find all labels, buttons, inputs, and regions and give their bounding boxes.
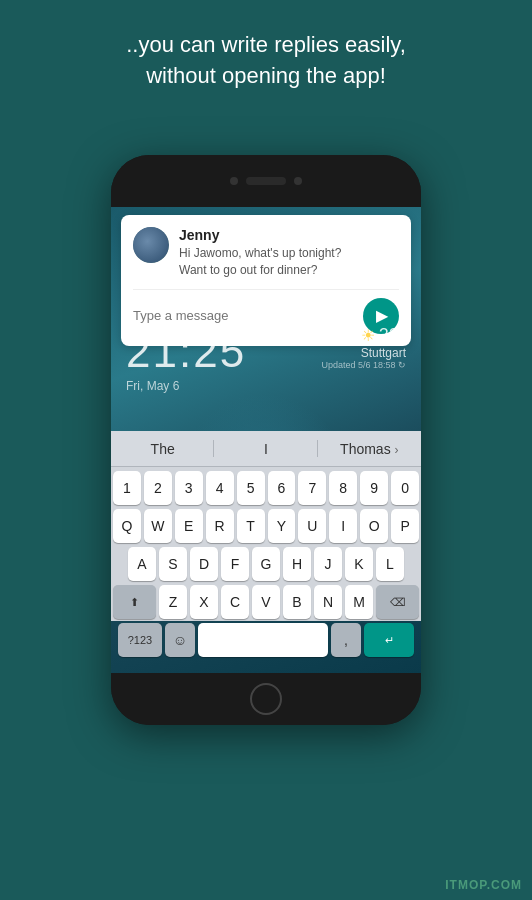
key-l[interactable]: L [376,547,404,581]
key-b[interactable]: B [283,585,311,619]
lock-date: Fri, May 6 [126,379,255,393]
key-d[interactable]: D [190,547,218,581]
key-1[interactable]: 1 [113,471,141,505]
message-line2: Want to go out for dinner? [179,263,317,277]
notification-message: Hi Jawomo, what's up tonight? Want to go… [179,245,399,279]
message-line1: Hi Jawomo, what's up tonight? [179,246,341,260]
symbols-key[interactable]: ?123 [118,623,162,657]
key-c[interactable]: C [221,585,249,619]
promo-text: ..you can write replies easily, without … [0,30,532,92]
key-n[interactable]: N [314,585,342,619]
key-y[interactable]: Y [268,509,296,543]
key-g[interactable]: G [252,547,280,581]
suggestion-the[interactable]: The [111,435,214,463]
suggestion-i[interactable]: I [214,435,317,463]
key-q[interactable]: Q [113,509,141,543]
key-i[interactable]: I [329,509,357,543]
phone-camera [230,177,238,185]
send-icon: ▶ [376,306,388,325]
weather-temp-row: ☀ 22° [321,325,406,346]
key-2[interactable]: 2 [144,471,172,505]
notification-header: Jenny Hi Jawomo, what's up tonight? Want… [133,227,399,279]
key-j[interactable]: J [314,547,342,581]
shift-key[interactable]: ⬆ [113,585,156,619]
sun-icon: ☀ [361,326,375,345]
avatar [133,227,169,263]
key-m[interactable]: M [345,585,373,619]
suggestion-thomas[interactable]: Thomas › [318,435,421,463]
key-h[interactable]: H [283,547,311,581]
delete-key[interactable]: ⌫ [376,585,419,619]
zxcv-row: ⬆ Z X C V B N M ⌫ [113,585,419,619]
lock-time-area: 21:25* Fri, May 6 [126,327,255,393]
key-7[interactable]: 7 [298,471,326,505]
promo-line2: without opening the app! [30,61,502,92]
weather-temp: 22° [379,325,406,346]
phone-shell: Jenny Hi Jawomo, what's up tonight? Want… [111,155,421,725]
key-e[interactable]: E [175,509,203,543]
phone-speaker [246,177,286,185]
reply-input[interactable] [133,304,363,327]
space-row: ?123 ☺ , ↵ [113,623,419,657]
key-p[interactable]: P [391,509,419,543]
key-v[interactable]: V [252,585,280,619]
key-3[interactable]: 3 [175,471,203,505]
key-6[interactable]: 6 [268,471,296,505]
home-button[interactable] [250,683,282,715]
key-z[interactable]: Z [159,585,187,619]
key-t[interactable]: T [237,509,265,543]
key-9[interactable]: 9 [360,471,388,505]
comma-key[interactable]: , [331,623,361,657]
word-suggestions: The I Thomas › [111,431,421,467]
key-8[interactable]: 8 [329,471,357,505]
suggestion-arrow: › [395,443,399,457]
weather-widget: ☀ 22° Stuttgart Updated 5/6 18:58 ↻ [321,325,406,370]
keyboard-rows: 1 2 3 4 5 6 7 8 9 0 Q W E R T [111,467,421,663]
weather-updated: Updated 5/6 18:58 ↻ [321,360,406,370]
key-0[interactable]: 0 [391,471,419,505]
key-f[interactable]: F [221,547,249,581]
phone-screen: Jenny Hi Jawomo, what's up tonight? Want… [111,207,421,673]
emoji-key[interactable]: ☺ [165,623,195,657]
enter-key[interactable]: ↵ [364,623,414,657]
space-key[interactable] [198,623,328,657]
promo-line1: ..you can write replies easily, [30,30,502,61]
phone-front-sensor [294,177,302,185]
watermark: ITMOP.COM [445,878,522,892]
avatar-image [133,227,169,263]
key-u[interactable]: U [298,509,326,543]
key-4[interactable]: 4 [206,471,234,505]
phone-bottom-bezel [111,673,421,725]
phone-top-bezel [111,155,421,207]
number-row: 1 2 3 4 5 6 7 8 9 0 [113,471,419,505]
key-k[interactable]: K [345,547,373,581]
time-display: 21:25 [126,327,246,376]
time-asterisk: * [246,335,255,355]
key-o[interactable]: O [360,509,388,543]
key-w[interactable]: W [144,509,172,543]
key-a[interactable]: A [128,547,156,581]
contact-name: Jenny [179,227,399,243]
key-r[interactable]: R [206,509,234,543]
notification-content: Jenny Hi Jawomo, what's up tonight? Want… [179,227,399,279]
lock-time: 21:25* [126,327,255,377]
asdf-row: A S D F G H J K L [113,547,419,581]
keyboard-area: The I Thomas › 1 2 3 4 5 6 7 8 [111,431,421,621]
key-5[interactable]: 5 [237,471,265,505]
key-s[interactable]: S [159,547,187,581]
weather-city: Stuttgart [321,346,406,360]
qwerty-row: Q W E R T Y U I O P [113,509,419,543]
key-x[interactable]: X [190,585,218,619]
